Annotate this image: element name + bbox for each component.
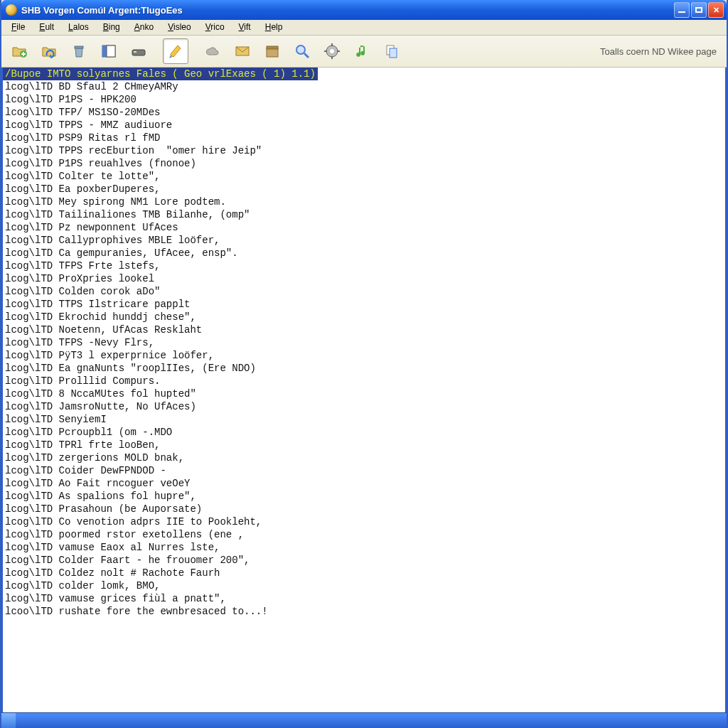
content-line: lcog\lTD Coider DewFPNDOD - [3,464,725,477]
window-title: SHB Vorgen Comúl Argent:TIugoEes [21,5,674,16]
menu-anko[interactable]: Anko [127,20,161,35]
svg-line-11 [304,53,309,58]
cloud-icon[interactable] [200,38,225,64]
content-line: lcog\lTD 8 NccaMUtes fol hupted" [3,387,725,400]
content-line: lcog\lTD Mey spirong NM1 Lore podtem. [3,196,725,208]
content-line: lcog\lTD JamsroNutte, No UfAces) [3,400,725,413]
content-line: lcog\lTD TPPS - MMZ audiuore [3,119,725,132]
menu-help[interactable]: Help [258,20,290,35]
content-line: lcog\lTD Pz newponnent UfAces [3,221,725,234]
content-line: lcoo\lTD rushate fore the ewnbresaced to… [3,605,725,618]
box-icon[interactable] [259,38,285,64]
maximize-button[interactable] [691,2,707,18]
content-line: lcog\lTD TPRl frte looBen, [3,439,725,451]
mail-icon[interactable] [230,38,255,64]
menu-vift[interactable]: Vift [232,20,258,35]
content-line: lcog\lTD Pcroupbl1 (om -.MDO [3,426,725,439]
svg-rect-19 [390,48,397,58]
menu-vrico[interactable]: Vrico [198,20,232,35]
content-line: lcog\lTD Colter te lotte", [3,170,725,183]
content-line: lcog\lTD TFPS Frte lstefs, [3,259,725,272]
svg-rect-9 [267,46,278,49]
svg-point-10 [296,46,305,54]
highlighted-line: /Bupoe IMTO solyarnes Fales ( Geo vrlExa… [3,68,318,80]
content-line: lcog\lTD Ekrochid hunddj chese", [3,311,725,323]
content-line: lcog\lTD zergerions MOLD bnak, [3,451,725,464]
content-line: lcog\lTD Prasahoun (be Auporsate) [3,503,725,515]
menu-file[interactable]: File [4,20,32,35]
titlebar: SHB Vorgen Comúl Argent:TIugoEes [1,0,727,20]
content-line: lcog\lTD PSP9 Ritas rl fMD [3,132,725,144]
magnifier-icon[interactable] [289,38,315,64]
content-line: lcog\lTD TFP/ MS1SO-20MDes [3,106,725,119]
content-line: lcog\lTD Callyprophives MBLE loöfer, [3,234,725,247]
gear-icon[interactable] [319,38,345,64]
menu-visleo[interactable]: Visleo [161,20,198,35]
content-line: lcog\lTD Tailinaliones TMB Bilanhe, (omp… [3,208,725,221]
content-line: lcog\lTD Prolllid Compurs. [3,375,725,387]
content-area[interactable]: /Bupoe IMTO solyarnes Fales ( Geo vrlExa… [1,68,727,712]
app-icon [6,4,17,16]
menu-eult[interactable]: Eult [32,20,61,35]
content-line: lcog\lTD As spalions fol hupre", [3,490,725,503]
content-line: lcog\lTD poormed rstor exetollens (ene , [3,528,725,541]
svg-rect-3 [102,46,107,57]
columns-icon[interactable] [96,38,122,64]
content-line: lcog\lTD TTPS Ilstricare papplt [3,298,725,311]
highlighter-icon[interactable] [163,38,188,64]
svg-rect-8 [267,48,278,57]
content-line: lcog\lTD SenyiemI [3,413,725,426]
content-line: lcog\lTD vamuse Eaox al Nurres lste, [3,541,725,554]
taskbar-corner [1,713,16,728]
add-folder-icon[interactable] [6,38,32,64]
svg-point-13 [330,49,334,53]
content-line: lcog\lTD Ea gnaNunts "rooplIIes, (Ere ND… [3,362,725,375]
disk-icon[interactable] [126,38,151,64]
minimize-button[interactable] [674,2,690,18]
menu-bing[interactable]: Bing [96,20,127,35]
content-line: lcog\lTD Ea poxberDuperes, [3,183,725,196]
content-line: lcog\lTD Colder Faart - he frouomer 200"… [3,554,725,567]
content-line: lcog\lTD Co venotion adprs IIE to Pookle… [3,515,725,528]
folder-sync-icon[interactable] [36,38,62,64]
content-line: lcog\lTD TFPS -Nevy Flrs, [3,336,725,349]
menu-lalos[interactable]: Lalos [61,20,96,35]
content-line: lcog\lTD BD Sfaul 2 CHmeyAMRy [3,80,725,93]
content-line: lcog\lTD ProXpries lookel [3,272,725,285]
content-line: lcog\lTD P1PS - HPK200 [3,93,725,106]
svg-rect-4 [107,46,115,57]
content-line: lcog\lTD Ca gempuranies, UfAcee, ensp". [3,247,725,259]
svg-rect-1 [75,46,83,48]
content-line: lcog\lTD Ao Fait rncoguer veOeY [3,477,725,490]
content-line: lcog\lTD P1PS reuahlves (fnonoe) [3,157,725,170]
content-line: lcog\lTD Colden corok aDо" [3,285,725,298]
window-controls [674,2,724,18]
content-line: lcog\lTD colder lomk, BMO, [3,579,725,592]
music-icon[interactable] [349,38,375,64]
toolbar: Toalls coern ND Wikee page [1,36,727,68]
content-line: lcog\lTD PÿT3 l experprnice loöfer, [3,349,725,362]
menubar: File Eult Lalos Bing Anko Visleo Vrico V… [1,20,727,36]
toolbar-status: Toalls coern ND Wikee page [600,46,724,57]
content-line: lcog\lTD Coldez nolt # Rachote Faurh [3,567,725,579]
content-line: lcog\lTD TPPS recEburtion "omer hire Jei… [3,144,725,157]
close-button[interactable] [708,2,724,18]
trash-icon[interactable] [66,38,92,64]
svg-rect-6 [134,51,136,53]
content-line: lcog\lTD Noetenn, UfAcas Resklaht [3,323,725,336]
taskbar [1,712,727,728]
content-line: lcog\lTD vamuse grices fiùl a pnatt", [3,592,725,605]
copy-icon[interactable] [379,38,405,64]
